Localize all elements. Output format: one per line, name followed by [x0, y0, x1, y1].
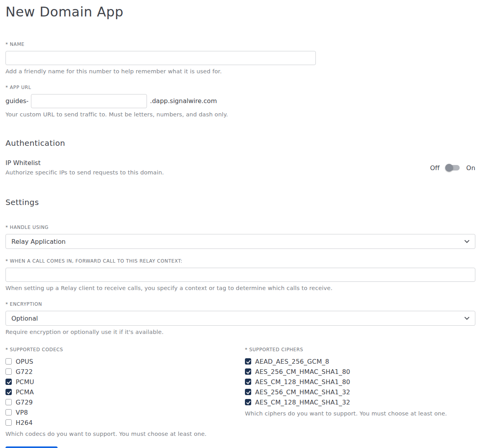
ciphers-checklist: AEAD_AES_256_GCM_8AES_256_CM_HMAC_SHA1_8… [245, 358, 475, 405]
checkbox-item-vp8[interactable]: VP8 [5, 409, 245, 415]
checkbox-item-aes_cm_128_hmac_sha1_80[interactable]: AES_CM_128_HMAC_SHA1_80 [245, 379, 475, 385]
checkbox-unchecked-icon[interactable] [5, 368, 12, 375]
name-field-group: * NAME Add a friendly name for this numb… [5, 42, 475, 75]
chevron-down-icon [464, 315, 469, 320]
new-domain-app-page: New Domain App * NAME Add a friendly nam… [0, 0, 482, 448]
save-button[interactable]: Save [5, 446, 58, 448]
app-url-input[interactable] [31, 94, 147, 108]
app-url-label: * APP URL [5, 85, 475, 90]
encryption-select[interactable]: Optional [5, 311, 475, 326]
supported-ciphers-label: * SUPPORTED CIPHERS [245, 347, 475, 352]
settings-heading: Settings [5, 198, 475, 207]
checkbox-label: G729 [16, 399, 33, 406]
supported-codecs-group: * SUPPORTED CODECS OPUSG722PCMUPCMAG729V… [5, 347, 245, 438]
checkbox-unchecked-icon[interactable] [5, 419, 12, 426]
name-input[interactable] [5, 51, 316, 65]
relay-context-label: * WHEN A CALL COMES IN, FORWARD CALL TO … [5, 258, 475, 264]
app-url-suffix: .dapp.signalwire.com [150, 97, 217, 105]
relay-context-input[interactable] [5, 268, 475, 282]
page-title: New Domain App [5, 4, 475, 20]
app-url-field-group: * APP URL guides- .dapp.signalwire.com Y… [5, 85, 475, 118]
checkbox-unchecked-icon[interactable] [5, 409, 12, 415]
app-url-help-text: Your custom URL to send traffic to. Must… [5, 111, 475, 118]
checkbox-item-pcma[interactable]: PCMA [5, 389, 245, 395]
checkbox-checked-icon[interactable] [245, 368, 251, 375]
checkbox-checked-icon[interactable] [245, 358, 251, 365]
ip-whitelist-text: IP Whitelist Authorize specific IPs to s… [5, 159, 164, 176]
ip-whitelist-help-text: Authorize specific IPs to send requests … [5, 169, 164, 176]
checkbox-label: PCMA [16, 388, 34, 396]
checkbox-label: VP8 [16, 409, 28, 416]
handle-using-selected-value: Relay Application [11, 238, 65, 245]
supported-ciphers-group: * SUPPORTED CIPHERS AEAD_AES_256_GCM_8AE… [245, 347, 475, 438]
checkbox-checked-icon[interactable] [245, 379, 251, 385]
checkbox-item-g729[interactable]: G729 [5, 399, 245, 405]
checkbox-checked-icon[interactable] [5, 389, 12, 395]
authentication-heading: Authentication [5, 138, 475, 148]
checkbox-checked-icon[interactable] [5, 379, 12, 385]
name-help-text: Add a friendly name for this number to h… [5, 68, 475, 75]
checkbox-label: AEAD_AES_256_GCM_8 [255, 358, 329, 365]
ciphers-help-text: Which ciphers do you want to support. Yo… [245, 410, 475, 417]
checkbox-item-aead_aes_256_gcm_8[interactable]: AEAD_AES_256_GCM_8 [245, 358, 475, 365]
ip-whitelist-label: IP Whitelist [5, 159, 164, 167]
encryption-label: * ENCRYPTION [5, 301, 475, 307]
checkbox-item-aes_256_cm_hmac_sha1_32[interactable]: AES_256_CM_HMAC_SHA1_32 [245, 389, 475, 395]
relay-context-field-group: * WHEN A CALL COMES IN, FORWARD CALL TO … [5, 258, 475, 292]
checkbox-label: AES_CM_128_HMAC_SHA1_32 [255, 399, 350, 406]
name-label: * NAME [5, 42, 475, 47]
checkbox-item-opus[interactable]: OPUS [5, 358, 245, 365]
checkbox-item-aes_cm_128_hmac_sha1_32[interactable]: AES_CM_128_HMAC_SHA1_32 [245, 399, 475, 405]
checkbox-item-h264[interactable]: H264 [5, 419, 245, 426]
checkbox-unchecked-icon[interactable] [5, 399, 12, 405]
checkbox-item-aes_256_cm_hmac_sha1_80[interactable]: AES_256_CM_HMAC_SHA1_80 [245, 368, 475, 375]
codecs-help-text: Which codecs do you want to support. You… [5, 430, 245, 438]
ip-whitelist-toggle[interactable] [445, 164, 461, 172]
checkbox-item-pcmu[interactable]: PCMU [5, 379, 245, 385]
chevron-down-icon [464, 238, 469, 243]
codec-cipher-columns: * SUPPORTED CODECS OPUSG722PCMUPCMAG729V… [5, 347, 475, 438]
checkbox-label: PCMU [16, 378, 34, 386]
supported-codecs-label: * SUPPORTED CODECS [5, 347, 245, 352]
checkbox-checked-icon[interactable] [245, 389, 251, 395]
checkbox-label: H264 [16, 419, 33, 426]
checkbox-unchecked-icon[interactable] [5, 358, 12, 365]
handle-using-label: * HANDLE USING [5, 225, 475, 230]
checkbox-label: AES_CM_128_HMAC_SHA1_80 [255, 378, 350, 386]
checkbox-item-g722[interactable]: G722 [5, 368, 245, 375]
encryption-help-text: Require encryption or optionally use it … [5, 328, 475, 336]
ip-whitelist-toggle-group: Off On [430, 164, 475, 172]
checkbox-checked-icon[interactable] [245, 399, 251, 405]
app-url-prefix: guides- [5, 97, 29, 105]
handle-using-field-group: * HANDLE USING Relay Application [5, 225, 475, 249]
checkbox-label: AES_256_CM_HMAC_SHA1_80 [255, 368, 350, 375]
checkbox-label: OPUS [16, 358, 33, 365]
toggle-on-label: On [466, 164, 475, 172]
checkbox-label: G722 [16, 368, 33, 375]
app-url-row: guides- .dapp.signalwire.com [5, 94, 475, 108]
checkbox-label: AES_256_CM_HMAC_SHA1_32 [255, 388, 350, 396]
encryption-field-group: * ENCRYPTION Optional Require encryption… [5, 301, 475, 336]
toggle-off-label: Off [430, 164, 439, 172]
codecs-checklist: OPUSG722PCMUPCMAG729VP8H264 [5, 358, 245, 426]
relay-context-help-text: When setting up a Relay client to receiv… [5, 285, 475, 292]
encryption-selected-value: Optional [11, 315, 38, 322]
ip-whitelist-row: IP Whitelist Authorize specific IPs to s… [5, 159, 475, 176]
toggle-knob-icon[interactable] [445, 164, 453, 172]
handle-using-select[interactable]: Relay Application [5, 234, 475, 249]
